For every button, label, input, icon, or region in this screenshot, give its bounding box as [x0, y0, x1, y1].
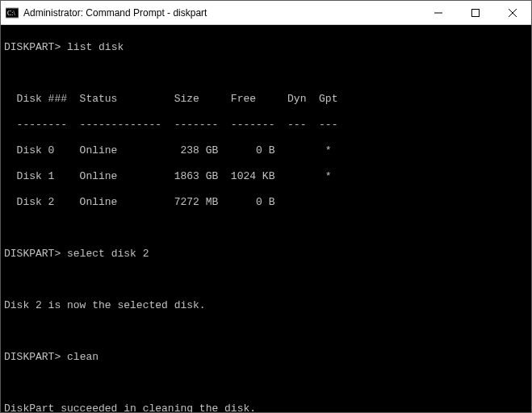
svg-rect-3 [472, 9, 480, 16]
prompt: DISKPART> [4, 41, 61, 53]
prompt: DISKPART> [4, 351, 61, 363]
terminal-output[interactable]: DISKPART> list disk Disk ### Status Size… [1, 25, 531, 412]
close-button[interactable] [494, 1, 531, 25]
prompt: DISKPART> [4, 248, 61, 260]
output-message: Disk 2 is now the selected disk. [1, 299, 531, 312]
blank-line [1, 222, 531, 235]
table-header: Disk ### Status Size Free Dyn Gpt [1, 93, 531, 106]
command: clean [67, 351, 98, 363]
blank-line [1, 325, 531, 338]
table-row: Disk 1 Online 1863 GB 1024 KB * [1, 170, 531, 183]
command: list disk [67, 41, 124, 53]
minimize-button[interactable] [420, 1, 457, 25]
titlebar[interactable]: C:\ Administrator: Command Prompt - disk… [1, 1, 531, 25]
maximize-button[interactable] [457, 1, 494, 25]
svg-text:C:\: C:\ [7, 10, 16, 17]
blank-line [1, 67, 531, 80]
table-divider: -------- ------------- ------- ------- -… [1, 119, 531, 131]
blank-line [1, 273, 531, 286]
command-prompt-window: C:\ Administrator: Command Prompt - disk… [0, 0, 532, 413]
output-message: DiskPart succeeded in cleaning the disk. [1, 403, 531, 412]
app-icon: C:\ [6, 6, 19, 19]
blank-line [1, 377, 531, 390]
table-row: Disk 0 Online 238 GB 0 B * [1, 144, 531, 157]
command: select disk 2 [67, 248, 149, 260]
prompt-line: DISKPART> list disk [1, 41, 531, 54]
prompt-line: DISKPART> select disk 2 [1, 248, 531, 261]
prompt-line: DISKPART> clean [1, 351, 531, 364]
window-title: Administrator: Command Prompt - diskpart [23, 7, 420, 19]
table-row: Disk 2 Online 7272 MB 0 B [1, 196, 531, 209]
